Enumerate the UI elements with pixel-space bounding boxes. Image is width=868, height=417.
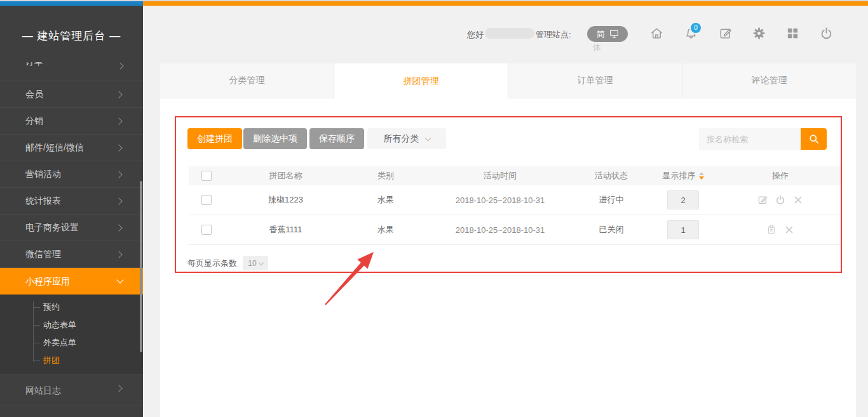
page-size-select[interactable]: 10 [243,256,268,270]
column-header-name: 拼团名称 [224,170,348,182]
topbar-blue-segment [0,1,143,6]
column-header-time: 活动时间 [424,170,576,182]
chevron-down-icon [258,260,263,265]
settings-gear-icon[interactable] [752,26,766,41]
row-checkbox[interactable] [201,195,212,205]
power-toggle-icon[interactable] [775,194,786,206]
content-tabs: 分类管理 拼团管理 订单管理 评论管理 [160,63,856,98]
groupbuy-name: 辣椒1223 [224,194,348,206]
groupbuy-name: 香蕉1111 [224,224,348,235]
sidebar-menu: 会员 分销 邮件/短信/微信 营销活动 统计报表 电子商务设置 微信管理 [0,81,143,268]
table-row: 辣椒1223 水果 2018-10-25~2018-10-31 进行中 [189,185,841,215]
sidebar-item-partial[interactable]: 订单 [0,62,143,81]
chevron-right-icon [115,144,122,151]
sidebar-item-statistics[interactable]: 统计报表 [0,188,143,215]
sidebar-submenu: 预约 动态表单 外卖点单 拼团 [0,295,143,374]
groupbuy-table: 拼团名称 类别 活动时间 活动状态 显示排序 操作 辣椒1223 水果 2018… [189,166,841,245]
category-filter-select[interactable]: 所有分类 [367,128,446,149]
groupbuy-category: 水果 [348,224,424,235]
edit-icon[interactable] [718,26,733,41]
language-wrap-text: 体 [593,42,601,53]
column-header-category: 类别 [348,170,424,182]
submenu-item-group-buy[interactable]: 拼团 [0,352,143,369]
chevron-right-icon [115,385,122,392]
sidebar-item-mail-sms-wechat[interactable]: 邮件/短信/微信 [0,135,143,161]
chevron-right-icon [115,251,122,258]
column-header-sort[interactable]: 显示排序 [663,170,704,182]
chevron-right-icon [115,117,122,124]
submenu-item-booking[interactable]: 预约 [0,298,143,316]
sort-order-input[interactable] [667,220,699,239]
edit-icon[interactable] [757,194,768,206]
delete-x-icon[interactable] [783,224,795,235]
select-all-checkbox[interactable] [201,171,212,181]
sidebar-item-members[interactable]: 会员 [0,81,143,108]
search-icon [808,133,820,145]
groupbuy-category: 水果 [348,194,424,206]
chevron-down-icon [424,135,431,141]
sidebar-item-marketing[interactable]: 营销活动 [0,161,143,188]
logout-power-icon[interactable] [819,26,834,41]
column-header-actions: 操作 [720,170,841,182]
chevron-right-icon [115,224,122,231]
groupbuy-status: 已关闭 [576,224,646,235]
create-groupbuy-button[interactable]: 创建拼团 [187,128,242,149]
delete-x-icon[interactable] [792,194,804,206]
app-title: — 建站管理后台 — [0,29,143,43]
save-order-button[interactable]: 保存顺序 [309,128,364,149]
table-header-row: 拼团名称 类别 活动时间 活动状态 显示排序 操作 [189,166,841,185]
submenu-item-takeout[interactable]: 外卖点单 [0,334,143,352]
home-icon[interactable] [649,26,664,41]
greeting-text: 您好 [467,29,484,41]
page-size-label: 每页显示条数 [187,258,237,269]
delete-selected-button[interactable]: 删除选中项 [243,128,307,149]
search-button[interactable] [801,128,827,150]
sidebar-item-miniprogram-apps[interactable]: 小程序应用 [0,268,143,295]
groupbuy-status: 进行中 [576,194,646,206]
monitor-icon [609,30,619,38]
sidebar-item-wechat-management[interactable]: 微信管理 [0,241,143,268]
tab-groupbuy-management[interactable]: 拼团管理 [334,63,508,98]
topbar-orange-segment [143,1,868,6]
chevron-right-icon [115,171,122,178]
admin-page: — 建站管理后台 — 订单 会员 分销 邮件/短信/微信 营销活动 统计报表 电… [0,0,868,417]
column-header-status: 活动状态 [576,170,646,182]
sort-arrows-icon [699,172,704,180]
copy-clipboard-icon[interactable] [766,224,777,235]
sidebar-scrollbar[interactable] [140,181,142,352]
chevron-right-icon [116,62,123,69]
tab-comment-management[interactable]: 评论管理 [682,63,856,98]
search-input[interactable] [699,128,801,150]
search-bar [699,128,827,150]
groupbuy-time: 2018-10-25~2018-10-31 [424,195,576,205]
tab-category-management[interactable]: 分类管理 [160,63,334,98]
sidebar-item-distribution[interactable]: 分销 [0,108,143,135]
chevron-down-icon [116,276,123,283]
notification-badge: 0 [689,22,702,34]
tab-order-management[interactable]: 订单管理 [508,63,682,98]
sidebar: — 建站管理后台 — 订单 会员 分销 邮件/短信/微信 营销活动 统计报表 电… [0,6,143,417]
language-site-toggle[interactable]: 简 [587,26,628,42]
sidebar-item-ecommerce-settings[interactable]: 电子商务设置 [0,215,143,241]
site-label: 管理站点: [536,29,571,41]
groupbuy-time: 2018-10-25~2018-10-31 [424,225,576,235]
sidebar-item-site-logs[interactable]: 网站日志 [0,374,143,406]
chevron-right-icon [115,197,122,204]
apps-grid-icon[interactable] [785,26,800,41]
row-checkbox[interactable] [201,225,212,235]
chevron-right-icon [115,91,122,98]
submenu-item-dynamic-forms[interactable]: 动态表单 [0,316,143,334]
table-row: 香蕉1111 水果 2018-10-25~2018-10-31 已关闭 [189,215,841,245]
username-redacted [485,28,534,39]
sort-order-input[interactable] [667,190,699,209]
